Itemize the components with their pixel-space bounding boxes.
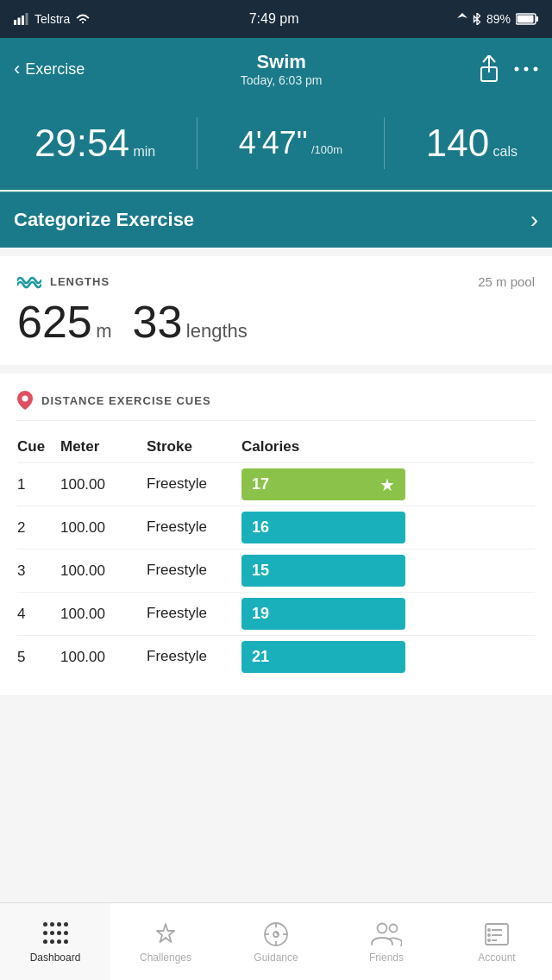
cue-calories-value: 17 (252, 475, 269, 493)
stat-divider-2 (384, 117, 385, 169)
cue-stroke: Freestyle (147, 647, 242, 666)
count-stat: 33 lengths (133, 299, 248, 344)
lengths-count-value: 33 (133, 297, 183, 347)
lengths-stats: 625 m 33 lengths (17, 299, 535, 344)
svg-point-11 (533, 67, 537, 72)
cue-calories-value: 21 (252, 648, 269, 666)
nav-challenges[interactable]: Challenges (110, 903, 221, 980)
pool-size: 25 m pool (478, 274, 535, 289)
cue-rows-container: 1 100.00 Freestyle 17 ★ 2 100.00 Freesty… (17, 462, 535, 678)
back-button[interactable]: ‹ Exercise (14, 58, 85, 80)
col-stroke: Stroke (147, 438, 242, 455)
svg-point-12 (22, 396, 28, 402)
cue-row: 4 100.00 Freestyle 19 (17, 592, 535, 635)
more-button[interactable] (514, 66, 538, 72)
col-meter: Meter (60, 438, 147, 455)
nav-guidance[interactable]: Guidance (221, 903, 331, 980)
workout-subtitle: Today, 6:03 pm (241, 73, 323, 87)
bottom-nav: Dashboard Challenges Guidance Friends (0, 902, 552, 980)
cue-calories-value: 19 (252, 605, 269, 623)
battery-icon (516, 13, 538, 25)
cue-meter: 100.00 (60, 562, 147, 580)
svg-point-10 (524, 67, 528, 72)
svg-point-25 (487, 928, 491, 932)
svg-point-19 (378, 923, 387, 933)
lengths-section-title: LENGTHS (50, 275, 110, 288)
categorize-label: Categorize Exercise (14, 209, 194, 231)
nav-dashboard-label: Dashboard (30, 952, 81, 964)
lengths-section: LENGTHS 25 m pool 625 m 33 lengths (0, 256, 552, 365)
status-time: 7:49 pm (249, 11, 299, 27)
svg-rect-6 (517, 16, 533, 23)
cue-calories-bar: 16 (242, 512, 405, 543)
cue-stroke: Freestyle (147, 474, 242, 493)
cue-calories-value: 15 (252, 562, 269, 580)
account-icon (483, 920, 511, 948)
nav-account[interactable]: Account (442, 903, 552, 980)
cue-row: 5 100.00 Freestyle 21 (17, 635, 535, 678)
categorize-button[interactable]: Categorize Exercise › (14, 192, 538, 248)
guidance-icon (262, 920, 290, 948)
duration-value: 29:54 (34, 122, 129, 164)
cues-section: DISTANCE EXERCISE CUES Cue Meter Stroke … (0, 374, 552, 695)
svg-rect-1 (18, 18, 21, 26)
status-bar: Telstra 7:49 pm 89% (0, 0, 552, 38)
stats-section: 29:54 min 4'47" /100m 140 cals (0, 100, 552, 190)
nav-dashboard[interactable]: Dashboard (0, 903, 110, 980)
pin-icon (17, 391, 33, 410)
cue-meter: 100.00 (60, 476, 147, 493)
pace-value: 4'47" (239, 125, 308, 160)
nav-friends[interactable]: Friends (331, 903, 442, 980)
svg-rect-2 (22, 16, 24, 25)
cue-row: 3 100.00 Freestyle 15 (17, 549, 535, 592)
stat-divider-1 (197, 117, 198, 169)
challenges-icon (152, 920, 179, 948)
cue-calories-bar: 17 ★ (242, 468, 405, 500)
stat-duration: 29:54 min (34, 124, 155, 162)
stat-calories: 140 cals (426, 124, 518, 162)
header-actions (478, 55, 538, 83)
svg-point-9 (514, 67, 518, 72)
pace-unit: /100m (311, 143, 342, 156)
cue-number: 5 (17, 649, 60, 666)
col-calories: Calories (242, 438, 535, 455)
wave-icon (17, 273, 41, 289)
cue-calories-bar: 19 (242, 598, 405, 630)
friends-icon (371, 920, 402, 948)
workout-title: Swim (241, 51, 323, 73)
nav-friends-label: Friends (369, 952, 404, 964)
star-icon: ★ (380, 474, 395, 495)
header: ‹ Exercise Swim Today, 6:03 pm (0, 38, 552, 100)
cue-meter: 100.00 (60, 606, 147, 623)
cue-stroke: Freestyle (147, 561, 242, 580)
distance-stat: 625 m (17, 299, 112, 344)
cue-number: 1 (17, 476, 60, 493)
cues-table: Cue Meter Stroke Calories 1 100.00 Frees… (17, 435, 535, 678)
bluetooth-icon (473, 13, 481, 25)
cue-stroke: Freestyle (147, 604, 242, 623)
categorize-chevron-icon: › (530, 206, 538, 234)
nav-guidance-label: Guidance (254, 952, 298, 964)
back-label: Exercise (25, 60, 85, 79)
cue-calories-value: 16 (252, 518, 269, 537)
battery-percent: 89% (486, 12, 511, 26)
svg-rect-0 (14, 20, 16, 25)
svg-rect-3 (26, 13, 28, 25)
calories-unit: cals (493, 144, 518, 159)
cue-stroke: Freestyle (147, 518, 242, 537)
cues-table-header: Cue Meter Stroke Calories (17, 435, 535, 462)
stat-pace: 4'47" /100m (239, 125, 342, 161)
duration-unit: min (133, 144, 155, 159)
col-cue: Cue (17, 438, 60, 455)
svg-point-27 (487, 939, 491, 942)
lengths-header: LENGTHS 25 m pool (17, 273, 535, 289)
cue-row: 1 100.00 Freestyle 17 ★ (17, 462, 535, 506)
cue-number: 2 (17, 519, 60, 537)
signal-icon (14, 13, 29, 25)
header-center: Swim Today, 6:03 pm (241, 51, 323, 87)
back-chevron-icon: ‹ (14, 58, 20, 80)
share-button[interactable] (478, 55, 500, 83)
nav-account-label: Account (478, 952, 515, 964)
status-left: Telstra (14, 12, 91, 26)
lengths-title-row: LENGTHS (17, 273, 110, 289)
